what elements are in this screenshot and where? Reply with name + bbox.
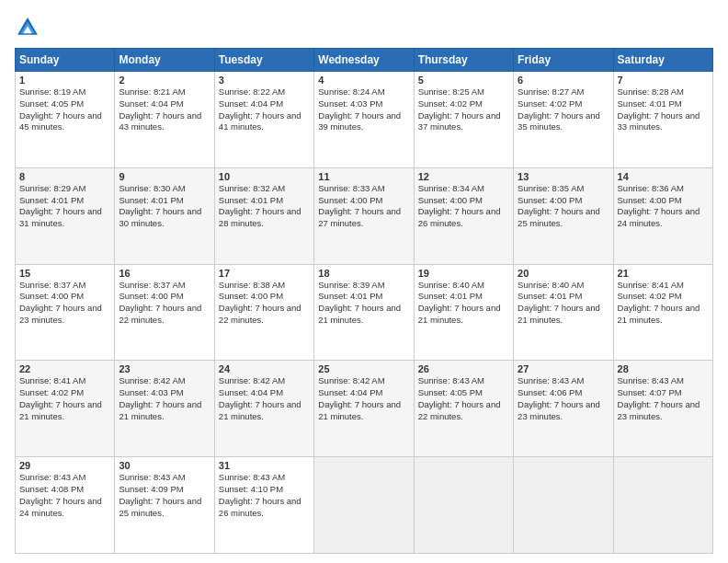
calendar-cell [613, 457, 712, 554]
day-number: 6 [518, 75, 609, 86]
cell-content: Sunrise: 8:43 AMSunset: 4:10 PMDaylight:… [219, 472, 301, 517]
day-number: 19 [418, 268, 509, 279]
col-header-sunday: Sunday [16, 49, 115, 72]
calendar-week-row: 22Sunrise: 8:41 AMSunset: 4:02 PMDayligh… [16, 361, 713, 457]
calendar-cell [514, 457, 613, 554]
cell-content: Sunrise: 8:43 AMSunset: 4:07 PMDaylight:… [618, 375, 700, 420]
calendar-cell: 8Sunrise: 8:29 AMSunset: 4:01 PMDaylight… [16, 167, 115, 264]
day-number: 29 [19, 460, 110, 471]
day-number: 27 [518, 363, 609, 374]
cell-content: Sunrise: 8:35 AMSunset: 4:00 PMDaylight:… [518, 183, 600, 228]
day-number: 22 [19, 363, 110, 374]
cell-content: Sunrise: 8:43 AMSunset: 4:09 PMDaylight:… [119, 472, 201, 517]
calendar-cell [314, 457, 414, 554]
calendar-cell: 2Sunrise: 8:21 AMSunset: 4:04 PMDaylight… [115, 72, 214, 168]
calendar-cell: 18Sunrise: 8:39 AMSunset: 4:01 PMDayligh… [314, 264, 414, 361]
calendar-cell: 30Sunrise: 8:43 AMSunset: 4:09 PMDayligh… [115, 457, 214, 554]
calendar-cell: 11Sunrise: 8:33 AMSunset: 4:00 PMDayligh… [314, 167, 414, 264]
calendar-cell: 5Sunrise: 8:25 AMSunset: 4:02 PMDaylight… [414, 72, 513, 168]
calendar-cell: 12Sunrise: 8:34 AMSunset: 4:00 PMDayligh… [414, 167, 513, 264]
day-number: 30 [119, 460, 210, 471]
calendar-cell: 15Sunrise: 8:37 AMSunset: 4:00 PMDayligh… [16, 264, 115, 361]
calendar-cell: 6Sunrise: 8:27 AMSunset: 4:02 PMDaylight… [514, 72, 613, 168]
calendar-cell: 3Sunrise: 8:22 AMSunset: 4:04 PMDaylight… [214, 72, 313, 168]
calendar-cell: 23Sunrise: 8:42 AMSunset: 4:03 PMDayligh… [115, 361, 214, 457]
cell-content: Sunrise: 8:39 AMSunset: 4:01 PMDaylight:… [318, 280, 401, 325]
calendar-cell: 17Sunrise: 8:38 AMSunset: 4:00 PMDayligh… [214, 264, 313, 361]
calendar-cell: 4Sunrise: 8:24 AMSunset: 4:03 PMDaylight… [314, 72, 414, 168]
day-number: 16 [119, 268, 210, 279]
day-number: 15 [19, 268, 110, 279]
calendar-cell [414, 457, 513, 554]
calendar-cell: 1Sunrise: 8:19 AMSunset: 4:05 PMDaylight… [16, 72, 115, 168]
cell-content: Sunrise: 8:37 AMSunset: 4:00 PMDaylight:… [19, 280, 102, 325]
calendar-cell: 25Sunrise: 8:42 AMSunset: 4:04 PMDayligh… [314, 361, 414, 457]
calendar-week-row: 1Sunrise: 8:19 AMSunset: 4:05 PMDaylight… [16, 72, 713, 168]
calendar-week-row: 15Sunrise: 8:37 AMSunset: 4:00 PMDayligh… [16, 264, 713, 361]
calendar-cell: 21Sunrise: 8:41 AMSunset: 4:02 PMDayligh… [613, 264, 712, 361]
calendar-cell: 10Sunrise: 8:32 AMSunset: 4:01 PMDayligh… [214, 167, 313, 264]
cell-content: Sunrise: 8:38 AMSunset: 4:00 PMDaylight:… [219, 280, 301, 325]
page: SundayMondayTuesdayWednesdayThursdayFrid… [0, 0, 728, 563]
calendar-week-row: 8Sunrise: 8:29 AMSunset: 4:01 PMDaylight… [16, 167, 713, 264]
calendar-cell: 19Sunrise: 8:40 AMSunset: 4:01 PMDayligh… [414, 264, 513, 361]
day-number: 12 [418, 171, 509, 182]
calendar-table: SundayMondayTuesdayWednesdayThursdayFrid… [15, 48, 713, 554]
logo-icon [15, 15, 40, 40]
day-number: 26 [418, 363, 509, 374]
day-number: 24 [219, 363, 310, 374]
day-number: 28 [618, 363, 709, 374]
calendar-week-row: 29Sunrise: 8:43 AMSunset: 4:08 PMDayligh… [16, 457, 713, 554]
col-header-thursday: Thursday [414, 49, 513, 72]
cell-content: Sunrise: 8:41 AMSunset: 4:02 PMDaylight:… [618, 280, 700, 325]
calendar-cell: 27Sunrise: 8:43 AMSunset: 4:06 PMDayligh… [514, 361, 613, 457]
day-number: 10 [219, 171, 310, 182]
day-number: 1 [19, 75, 110, 86]
day-number: 3 [219, 75, 310, 86]
day-number: 13 [518, 171, 609, 182]
col-header-saturday: Saturday [613, 49, 712, 72]
calendar-cell: 26Sunrise: 8:43 AMSunset: 4:05 PMDayligh… [414, 361, 513, 457]
calendar-header-row: SundayMondayTuesdayWednesdayThursdayFrid… [16, 49, 713, 72]
calendar-cell: 9Sunrise: 8:30 AMSunset: 4:01 PMDaylight… [115, 167, 214, 264]
day-number: 21 [618, 268, 709, 279]
cell-content: Sunrise: 8:22 AMSunset: 4:04 PMDaylight:… [219, 86, 301, 132]
cell-content: Sunrise: 8:43 AMSunset: 4:05 PMDaylight:… [418, 375, 501, 420]
day-number: 18 [318, 268, 409, 279]
calendar-cell: 31Sunrise: 8:43 AMSunset: 4:10 PMDayligh… [214, 457, 313, 554]
day-number: 20 [518, 268, 609, 279]
cell-content: Sunrise: 8:42 AMSunset: 4:04 PMDaylight:… [219, 375, 301, 420]
day-number: 5 [418, 75, 509, 86]
col-header-wednesday: Wednesday [314, 49, 414, 72]
col-header-friday: Friday [514, 49, 613, 72]
day-number: 11 [318, 171, 409, 182]
cell-content: Sunrise: 8:40 AMSunset: 4:01 PMDaylight:… [518, 280, 600, 325]
calendar-cell: 20Sunrise: 8:40 AMSunset: 4:01 PMDayligh… [514, 264, 613, 361]
day-number: 9 [119, 171, 210, 182]
col-header-monday: Monday [115, 49, 214, 72]
calendar-cell: 24Sunrise: 8:42 AMSunset: 4:04 PMDayligh… [214, 361, 313, 457]
cell-content: Sunrise: 8:36 AMSunset: 4:00 PMDaylight:… [618, 183, 700, 228]
cell-content: Sunrise: 8:29 AMSunset: 4:01 PMDaylight:… [19, 183, 102, 228]
cell-content: Sunrise: 8:33 AMSunset: 4:00 PMDaylight:… [318, 183, 401, 228]
day-number: 2 [119, 75, 210, 86]
calendar-cell: 29Sunrise: 8:43 AMSunset: 4:08 PMDayligh… [16, 457, 115, 554]
day-number: 7 [618, 75, 709, 86]
cell-content: Sunrise: 8:19 AMSunset: 4:05 PMDaylight:… [19, 86, 102, 132]
cell-content: Sunrise: 8:27 AMSunset: 4:02 PMDaylight:… [518, 86, 600, 132]
day-number: 31 [219, 460, 310, 471]
cell-content: Sunrise: 8:42 AMSunset: 4:03 PMDaylight:… [119, 375, 201, 420]
calendar-cell: 22Sunrise: 8:41 AMSunset: 4:02 PMDayligh… [16, 361, 115, 457]
calendar-cell: 13Sunrise: 8:35 AMSunset: 4:00 PMDayligh… [514, 167, 613, 264]
calendar-cell: 7Sunrise: 8:28 AMSunset: 4:01 PMDaylight… [613, 72, 712, 168]
day-number: 4 [318, 75, 409, 86]
day-number: 25 [318, 363, 409, 374]
cell-content: Sunrise: 8:42 AMSunset: 4:04 PMDaylight:… [318, 375, 401, 420]
cell-content: Sunrise: 8:24 AMSunset: 4:03 PMDaylight:… [318, 86, 401, 132]
cell-content: Sunrise: 8:40 AMSunset: 4:01 PMDaylight:… [418, 280, 501, 325]
cell-content: Sunrise: 8:43 AMSunset: 4:06 PMDaylight:… [518, 375, 600, 420]
logo [15, 15, 44, 40]
cell-content: Sunrise: 8:30 AMSunset: 4:01 PMDaylight:… [119, 183, 201, 228]
day-number: 8 [19, 171, 110, 182]
calendar-cell: 28Sunrise: 8:43 AMSunset: 4:07 PMDayligh… [613, 361, 712, 457]
